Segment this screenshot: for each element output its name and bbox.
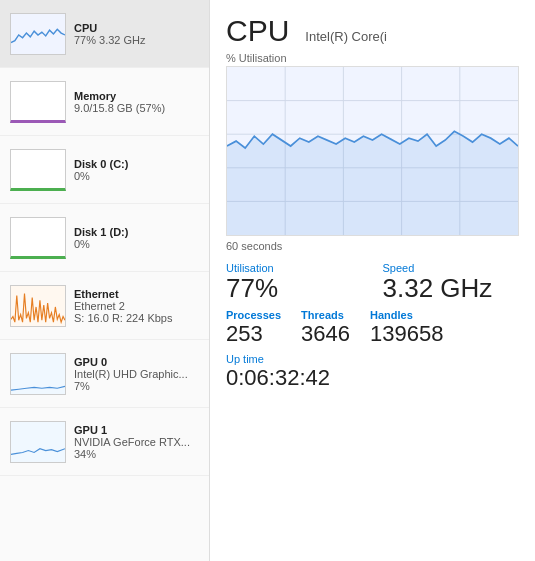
main-header: CPU Intel(R) Core(i: [226, 14, 519, 48]
disk0-info: Disk 0 (C:) 0%: [74, 158, 128, 182]
disk1-label: Disk 1 (D:): [74, 226, 128, 238]
memory-label: Memory: [74, 90, 165, 102]
stats-grid: Utilisation 77% Speed 3.32 GHz: [226, 262, 519, 303]
ethernet-sub1: Ethernet 2: [74, 300, 172, 312]
sidebar-item-gpu1[interactable]: GPU 1 NVIDIA GeForce RTX... 34%: [0, 408, 209, 476]
memory-info: Memory 9.0/15.8 GB (57%): [74, 90, 165, 114]
utilisation-block: Utilisation 77%: [226, 262, 363, 303]
uptime-block: Up time 0:06:32:42: [226, 353, 519, 391]
memory-thumbnail: [10, 81, 66, 123]
main-title: CPU: [226, 14, 289, 48]
threads-label: Threads: [301, 309, 350, 321]
gpu0-label: GPU 0: [74, 356, 188, 368]
gpu0-info: GPU 0 Intel(R) UHD Graphic... 7%: [74, 356, 188, 392]
speed-value: 3.32 GHz: [383, 273, 493, 303]
gpu1-sub1: NVIDIA GeForce RTX...: [74, 436, 190, 448]
disk1-info: Disk 1 (D:) 0%: [74, 226, 128, 250]
sidebar-item-ethernet[interactable]: Ethernet Ethernet 2 S: 16.0 R: 224 Kbps: [0, 272, 209, 340]
sidebar: CPU 77% 3.32 GHz Memory 9.0/15.8 GB (57%…: [0, 0, 210, 561]
disk1-sub: 0%: [74, 238, 128, 250]
memory-sub: 9.0/15.8 GB (57%): [74, 102, 165, 114]
utilisation-value: 77%: [226, 273, 278, 303]
threads-value: 3646: [301, 321, 350, 346]
chart-time: 60 seconds: [226, 240, 519, 252]
gpu0-sub1: Intel(R) UHD Graphic...: [74, 368, 188, 380]
disk0-thumbnail: [10, 149, 66, 191]
uptime-value: 0:06:32:42: [226, 365, 330, 390]
gpu0-thumbnail: [10, 353, 66, 395]
handles-label: Handles: [370, 309, 443, 321]
gpu1-thumbnail: [10, 421, 66, 463]
sidebar-item-memory[interactable]: Memory 9.0/15.8 GB (57%): [0, 68, 209, 136]
sidebar-item-gpu0[interactable]: GPU 0 Intel(R) UHD Graphic... 7%: [0, 340, 209, 408]
processes-block: Processes 253: [226, 309, 281, 347]
sidebar-item-disk0[interactable]: Disk 0 (C:) 0%: [0, 136, 209, 204]
cpu-chart: [226, 66, 519, 236]
handles-block: Handles 139658: [370, 309, 443, 347]
uptime-label: Up time: [226, 353, 519, 365]
gpu1-label: GPU 1: [74, 424, 190, 436]
ethernet-sub2: S: 16.0 R: 224 Kbps: [74, 312, 172, 324]
gpu1-info: GPU 1 NVIDIA GeForce RTX... 34%: [74, 424, 190, 460]
ethernet-info: Ethernet Ethernet 2 S: 16.0 R: 224 Kbps: [74, 288, 172, 324]
main-subtitle: Intel(R) Core(i: [305, 29, 387, 44]
threads-block: Threads 3646: [301, 309, 350, 347]
chart-label: % Utilisation: [226, 52, 519, 64]
speed-block: Speed 3.32 GHz: [383, 262, 520, 303]
sidebar-item-cpu[interactable]: CPU 77% 3.32 GHz: [0, 0, 209, 68]
gpu1-sub2: 34%: [74, 448, 190, 460]
main-panel: CPU Intel(R) Core(i % Utilisation 60 sec…: [210, 0, 535, 561]
handles-value: 139658: [370, 321, 443, 346]
cpu-info: CPU 77% 3.32 GHz: [74, 22, 146, 46]
disk0-label: Disk 0 (C:): [74, 158, 128, 170]
processes-value: 253: [226, 321, 263, 346]
cpu-label: CPU: [74, 22, 146, 34]
ethernet-thumbnail: [10, 285, 66, 327]
disk1-thumbnail: [10, 217, 66, 259]
cpu-thumbnail: [10, 13, 66, 55]
sidebar-item-disk1[interactable]: Disk 1 (D:) 0%: [0, 204, 209, 272]
stats-row: Processes 253 Threads 3646 Handles 13965…: [226, 309, 519, 347]
gpu0-sub2: 7%: [74, 380, 188, 392]
disk0-sub: 0%: [74, 170, 128, 182]
ethernet-label: Ethernet: [74, 288, 172, 300]
processes-label: Processes: [226, 309, 281, 321]
cpu-sub: 77% 3.32 GHz: [74, 34, 146, 46]
